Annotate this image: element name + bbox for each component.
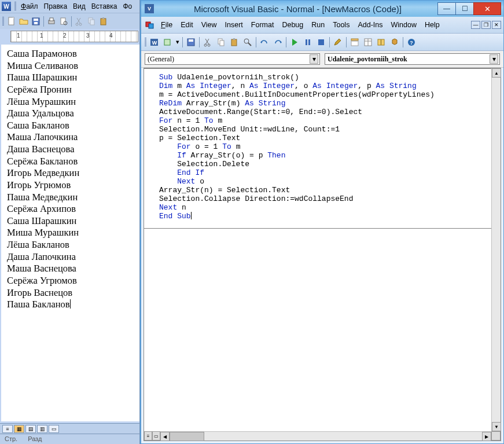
toolbar-separator (43, 16, 44, 27)
horizontal-ruler[interactable]: 1 1 2 3 4 (10, 31, 138, 42)
cut-icon[interactable] (201, 36, 214, 49)
document-line: Даша Васнецова (7, 144, 136, 156)
view-word-icon[interactable]: W (148, 36, 161, 49)
open-folder-icon[interactable] (18, 16, 30, 27)
procedure-dropdown[interactable]: Udalenie_povtorniih_strok ▾ (325, 53, 500, 65)
chevron-down-icon[interactable]: ▾ (310, 54, 318, 64)
save-icon[interactable] (185, 36, 197, 49)
toolbar-separator (329, 37, 330, 47)
document-line: Миша Мурашкин (7, 227, 136, 239)
menu-view[interactable]: View (198, 20, 220, 30)
procedure-view-icon[interactable]: ≡ (144, 431, 152, 441)
project-explorer-icon[interactable] (348, 36, 361, 49)
word-app-icon: W (2, 2, 11, 11)
menu-view[interactable]: Вид (71, 1, 88, 12)
menu-help[interactable]: Help (421, 20, 443, 30)
web-view-icon[interactable]: ▤ (25, 425, 36, 433)
menu-debug[interactable]: Debug (278, 20, 307, 30)
vb-app-icon[interactable]: V (145, 4, 154, 13)
outline-view-icon[interactable]: ▥ (37, 425, 47, 433)
copy-icon[interactable] (215, 36, 227, 49)
end-of-proc-line (144, 228, 492, 229)
full-module-view-icon[interactable]: ▭ (152, 431, 160, 441)
menu-insert[interactable]: Insert (222, 20, 247, 30)
document-line: Серёжа Пронин (7, 84, 136, 96)
horizontal-scrollbar[interactable]: ◀ ▶ (160, 431, 491, 441)
object-dropdown-value: (General) (148, 55, 174, 64)
scroll-corner (491, 431, 501, 441)
design-mode-icon[interactable] (332, 36, 344, 49)
svg-rect-6 (50, 18, 53, 21)
svg-rect-25 (220, 41, 224, 46)
paste-icon[interactable] (228, 36, 241, 49)
print-layout-view-icon[interactable]: ▦ (14, 425, 24, 433)
drag-handle-icon[interactable] (14, 2, 16, 11)
undo-icon[interactable] (258, 36, 271, 49)
scroll-left-icon[interactable]: ◀ (160, 432, 170, 441)
document-line: Паша Медведкин (7, 192, 136, 204)
document-line: Маша Васнецова (7, 263, 136, 275)
scroll-thumb[interactable] (170, 432, 204, 441)
svg-rect-36 (351, 39, 358, 41)
document-line: Лёша Бакланов (7, 239, 136, 251)
insert-module-icon[interactable] (161, 36, 174, 49)
vb-standard-toolbar: W ▾ ? (141, 34, 503, 51)
scroll-up-icon[interactable]: ▲ (492, 68, 501, 78)
help-icon[interactable]: ? (405, 36, 418, 49)
toolbar-separator (182, 37, 183, 47)
save-icon[interactable] (30, 16, 42, 27)
reset-icon[interactable] (315, 36, 328, 49)
new-document-icon[interactable] (6, 16, 17, 27)
normal-view-icon[interactable]: ≡ (2, 425, 13, 433)
menu-edit[interactable]: Правка (42, 1, 70, 12)
svg-rect-13 (101, 19, 106, 25)
menu-format-truncated[interactable]: Фо (120, 1, 134, 12)
menu-tools[interactable]: Tools (329, 20, 353, 30)
chevron-down-icon[interactable]: ▾ (490, 54, 498, 64)
redo-icon[interactable] (271, 36, 284, 49)
vb-titlebar[interactable]: V Microsoft Visual Basic - Normal - [New… (141, 1, 503, 17)
reading-view-icon[interactable]: ▭ (49, 425, 59, 433)
drag-handle-icon[interactable] (145, 38, 146, 47)
svg-rect-16 (149, 24, 153, 28)
toolbox-icon[interactable] (388, 36, 401, 49)
object-browser-icon[interactable] (375, 36, 388, 49)
menu-edit[interactable]: Edit (177, 20, 197, 30)
svg-rect-21 (189, 39, 193, 42)
word-window: W Файл Правка Вид Вставка Фо 1 1 2 3 4 С… (0, 0, 140, 444)
mdi-minimize-icon[interactable]: — (471, 21, 480, 29)
vertical-scrollbar[interactable]: ▲ ▼ (491, 68, 501, 431)
maximize-icon[interactable]: ☐ (455, 2, 474, 15)
menu-file[interactable]: File (157, 20, 176, 30)
menu-insert[interactable]: Вставка (89, 1, 120, 12)
find-icon[interactable] (241, 36, 254, 49)
vb-option-icon[interactable] (144, 19, 156, 31)
code-editor[interactable]: Sub Udalenie_povtorniih_strok() Dim m As… (144, 68, 501, 441)
document-line: Миша Селиванов (7, 60, 136, 72)
object-dropdown[interactable]: (General) ▾ (145, 53, 320, 65)
svg-text:W: W (152, 40, 157, 46)
paste-icon[interactable] (98, 16, 109, 27)
properties-icon[interactable] (362, 36, 374, 49)
mdi-close-icon[interactable]: ✕ (492, 21, 501, 29)
print-icon[interactable] (46, 16, 57, 27)
minimize-icon[interactable]: — (437, 2, 456, 15)
menu-file[interactable]: Файл (19, 1, 41, 12)
menu-run[interactable]: Run (308, 20, 328, 30)
close-icon[interactable]: ✕ (473, 2, 501, 15)
menu-addins[interactable]: Add-Ins (354, 20, 386, 30)
dropdown-arrow-icon[interactable]: ▾ (175, 36, 181, 49)
svg-text:?: ? (410, 40, 413, 46)
menu-format[interactable]: Format (248, 20, 278, 30)
drag-handle-icon[interactable] (2, 17, 4, 26)
menu-window[interactable]: Window (388, 20, 420, 30)
document-line: Серёжа Архипов (7, 203, 136, 215)
break-icon[interactable] (301, 36, 314, 49)
print-preview-icon[interactable] (58, 16, 69, 27)
mdi-restore-icon[interactable]: ❐ (481, 21, 491, 29)
run-icon[interactable] (288, 36, 301, 49)
document-body[interactable]: Саша Парамонов Миша Селиванов Паша Шараш… (1, 45, 139, 421)
toolbar-separator (256, 37, 256, 47)
scroll-down-icon[interactable]: ▼ (492, 422, 501, 431)
scroll-right-icon[interactable]: ▶ (482, 432, 491, 441)
